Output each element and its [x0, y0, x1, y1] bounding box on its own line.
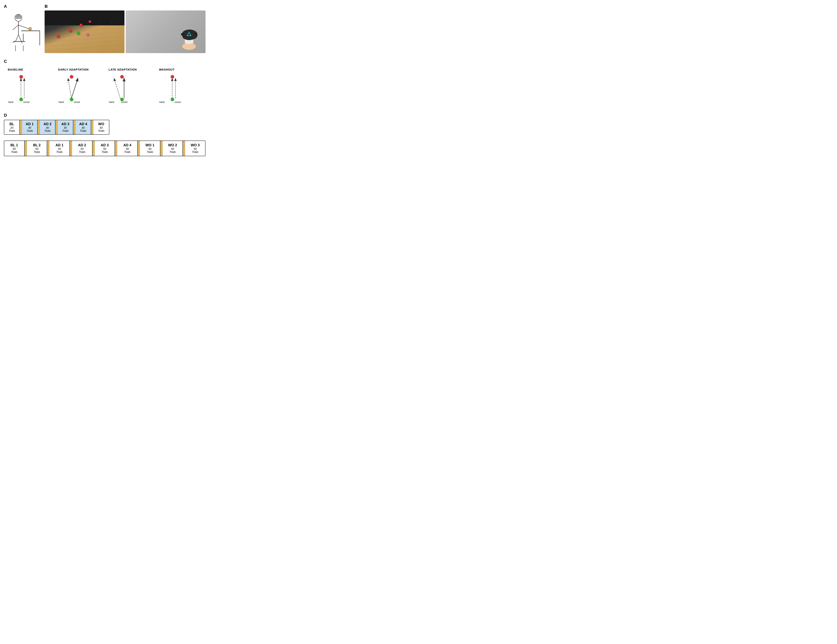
late-cursor-label: cursor [121, 101, 128, 103]
second-bl2-name: BL 2 [28, 143, 45, 147]
phase-late-title: LATE ADAPTATION [108, 68, 137, 71]
second-ad4-trials: 50Trials [119, 147, 136, 154]
phase-early-adaptation: EARLY ADAPTATION [54, 66, 105, 107]
early-cursor-label: cursor [74, 101, 80, 103]
first-ad1-name: AD 1 [26, 122, 34, 126]
second-bl2-cell: BL 2 50Trials [27, 141, 47, 156]
second-wo3-name: WO 3 [187, 143, 204, 147]
first-ad3-trials: 40Trials [61, 126, 69, 133]
svg-line-22 [44, 40, 125, 47]
washout-cursor-label: cursor [174, 101, 181, 103]
divider-b2 [47, 141, 49, 156]
second-bl1-name: BL 1 [6, 143, 23, 147]
second-ad4-name: AD 4 [119, 143, 136, 147]
first-bl-trials: 20Trials [8, 126, 16, 133]
vr-ball-green [77, 31, 80, 34]
second-ad2-trials: 50Trials [74, 147, 90, 154]
first-protocol-row: BL 20Trials AD 1 40Trials AD 2 40Trials … [4, 120, 109, 135]
svg-line-12 [15, 35, 18, 41]
first-ad4-name: AD 4 [79, 122, 87, 126]
washout-hand-label: hand [159, 101, 165, 103]
phase-washout-title: WASHOUT [159, 68, 174, 71]
second-bl1-trials: 50Trials [6, 147, 23, 154]
second-protocol: BL 1 50Trials BL 2 50Trials AD 1 50Trial… [4, 141, 205, 156]
first-bl-cell: BL 20Trials [4, 120, 20, 134]
first-wo-cell: WO 40Trials [94, 120, 109, 134]
vr-ball-4 [89, 20, 91, 23]
phase-diagrams-container: BASELINE [4, 66, 205, 107]
second-ad1-name: AD 1 [51, 143, 68, 147]
vr-ball-2 [69, 29, 72, 32]
svg-rect-17 [44, 10, 125, 25]
second-ad1-trials: 50Trials [51, 147, 68, 154]
phase-baseline-visual: hand cursor [8, 74, 51, 105]
second-wo1-trials: 50Trials [141, 147, 158, 154]
first-ad2-cell: AD 2 40Trials [40, 120, 56, 134]
late-hand-label: hand [109, 101, 114, 103]
first-ad1-cell: AD 1 40Trials [22, 120, 38, 134]
divider-4 [73, 120, 75, 134]
first-ad4-cell: AD 4 40Trials [75, 120, 91, 134]
section-a-label: A [4, 4, 43, 9]
divider-b5 [115, 141, 117, 156]
early-hand-label: hand [59, 101, 64, 103]
phase-baseline-title: BASELINE [8, 68, 23, 71]
svg-line-11 [18, 25, 29, 29]
second-wo2-trials: 50Trials [164, 147, 181, 154]
early-arrows [58, 74, 101, 105]
phase-washout-visual: hand cursor [159, 74, 202, 105]
vr-ball-pink [86, 33, 89, 36]
svg-rect-8 [17, 15, 20, 16]
svg-point-16 [28, 27, 31, 30]
stick-figure [4, 10, 41, 53]
section-c-label: C [4, 59, 205, 64]
washout-arrows [159, 74, 202, 105]
baseline-cursor-label: cursor [23, 101, 30, 103]
second-bl2-trials: 50Trials [28, 147, 45, 154]
real-photo-view [126, 10, 205, 53]
divider-b8 [183, 141, 185, 156]
second-wo1-cell: WO 1 50Trials [140, 141, 160, 156]
first-wo-trials: 40Trials [97, 126, 105, 133]
second-ad4-cell: AD 4 50Trials [117, 141, 138, 156]
controller-icon [176, 27, 203, 50]
second-wo2-name: WO 2 [164, 143, 181, 147]
svg-line-19 [44, 28, 125, 34]
divider-2 [38, 120, 40, 134]
second-ad3-cell: AD 3 50Trials [95, 141, 115, 156]
svg-point-32 [181, 33, 185, 36]
phase-early-title: EARLY ADAPTATION [58, 68, 89, 71]
second-wo3-cell: WO 3 50Trials [185, 141, 205, 156]
divider-b7 [160, 141, 162, 156]
vr-table-view [44, 10, 125, 53]
first-ad3-cell: AD 3 40Trials [58, 120, 73, 134]
phase-late-visual: hand cursor [108, 74, 151, 105]
svg-line-37 [68, 79, 71, 98]
divider-b6 [138, 141, 140, 156]
svg-line-41 [114, 79, 120, 98]
late-arrows [108, 74, 151, 105]
divider-1 [20, 120, 22, 134]
baseline-hand-label: hand [8, 101, 13, 103]
section-d-label: D [4, 113, 205, 118]
second-ad2-name: AD 2 [74, 143, 90, 147]
section-b-label: B [44, 4, 205, 9]
divider-b3 [70, 141, 72, 156]
first-ad3-name: AD 3 [61, 122, 69, 126]
phase-baseline: BASELINE [4, 66, 54, 107]
first-bl-name: BL [8, 122, 16, 126]
svg-line-13 [18, 35, 21, 41]
second-wo1-name: WO 1 [141, 143, 158, 147]
divider-5 [91, 120, 94, 134]
svg-line-20 [44, 32, 125, 38]
phase-late-adaptation: LATE ADAPTATION [105, 66, 155, 107]
first-ad2-trials: 40Trials [43, 126, 52, 133]
divider-3 [56, 120, 58, 134]
phase-washout: WASHOUT hand cursor [155, 66, 205, 107]
second-ad2-cell: AD 2 50Trials [72, 141, 92, 156]
second-ad3-name: AD 3 [96, 143, 113, 147]
svg-line-21 [44, 36, 125, 43]
second-wo2-cell: WO 2 50Trials [162, 141, 183, 156]
svg-point-33 [193, 33, 197, 36]
divider-b1 [25, 141, 27, 156]
